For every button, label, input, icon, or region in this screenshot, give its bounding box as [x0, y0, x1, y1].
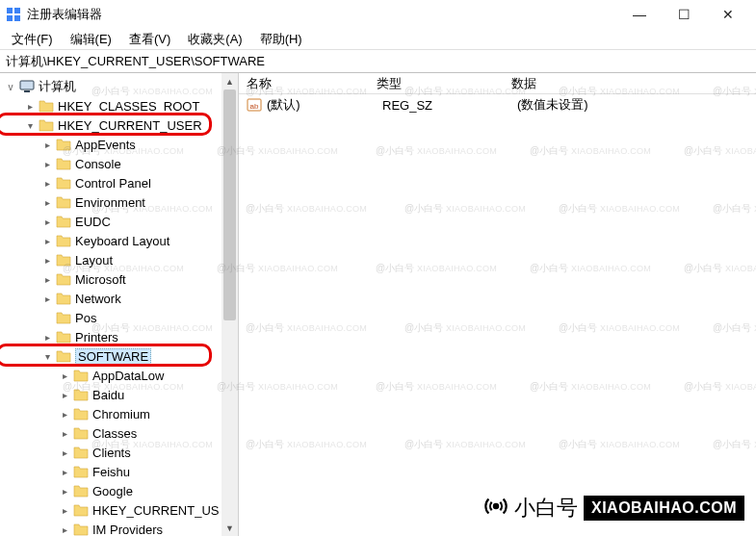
menu-file[interactable]: 文件(F)	[6, 31, 59, 48]
folder-icon	[56, 291, 71, 306]
tree-item[interactable]: ▸IM Providers	[0, 520, 238, 536]
tree-item[interactable]: ▸Chromium	[0, 404, 238, 423]
expander-icon[interactable]: ▸	[58, 486, 71, 497]
tree-item[interactable]: ▸Microsoft	[0, 269, 238, 289]
column-header-data[interactable]: 数据	[504, 75, 756, 92]
tree-label: Microsoft	[75, 272, 126, 287]
svg-rect-4	[20, 81, 34, 89]
tree-label: Baidu	[92, 388, 124, 402]
expander-icon[interactable]: ▾	[40, 351, 54, 362]
brand-badge: 小白号 XIAOBAIHAO.COM	[483, 494, 744, 523]
tree-item[interactable]: ▸Google	[0, 481, 238, 500]
tree-item[interactable]: ▾SOFTWARE	[0, 346, 238, 366]
column-header-type[interactable]: 类型	[369, 75, 504, 92]
tree-label: AppEvents	[75, 138, 136, 152]
folder-icon	[39, 98, 54, 114]
value-name: (默认)	[267, 96, 375, 114]
scrollbar-vertical[interactable]: ▲ ▼	[222, 73, 238, 536]
tree-item[interactable]: Pos	[0, 308, 238, 327]
expander-icon[interactable]: ▸	[40, 294, 54, 304]
tree-label: Chromium	[92, 407, 150, 421]
scroll-thumb[interactable]	[223, 89, 236, 320]
menu-favorites[interactable]: 收藏夹(A)	[182, 31, 248, 48]
tree-root[interactable]: v计算机	[0, 77, 238, 96]
svg-text:ab: ab	[250, 102, 259, 111]
expander-icon[interactable]: ▸	[40, 274, 54, 285]
expander-icon[interactable]: ▸	[40, 236, 54, 246]
expander-icon[interactable]: ▸	[23, 101, 37, 112]
list-pane: 名称 类型 数据 ab (默认) REG_SZ (数值未设置)	[239, 73, 756, 536]
expander-icon[interactable]: ▸	[58, 370, 71, 381]
tree-item[interactable]: ▸Baidu	[0, 385, 238, 404]
tree-label: Pos	[75, 311, 96, 325]
tree-item[interactable]: ▾HKEY_CURRENT_USER	[0, 115, 238, 135]
folder-icon	[73, 502, 89, 518]
tree-item[interactable]: ▸Layout	[0, 250, 238, 269]
list-header: 名称 类型 数据	[239, 73, 756, 94]
folder-icon	[56, 137, 71, 152]
expander-icon[interactable]: ▸	[58, 447, 71, 458]
tree-item[interactable]: ▸Keyboard Layout	[0, 231, 238, 250]
brand-text-cn: 小白号	[514, 494, 578, 523]
tree-item[interactable]: ▸Network	[0, 289, 238, 308]
folder-icon	[73, 522, 89, 536]
expander-icon[interactable]: ▸	[58, 428, 71, 439]
folder-icon	[73, 483, 89, 498]
svg-rect-3	[14, 15, 20, 21]
addressbar[interactable]: 计算机\HKEY_CURRENT_USER\SOFTWARE	[0, 50, 756, 73]
expander-icon[interactable]: v	[4, 82, 17, 92]
tree-label: Console	[75, 157, 121, 171]
registry-tree[interactable]: v计算机▸HKEY_CLASSES_ROOT▾HKEY_CURRENT_USER…	[0, 73, 238, 536]
expander-icon[interactable]: ▸	[40, 217, 54, 227]
window-title: 注册表编辑器	[27, 6, 102, 23]
expander-icon[interactable]: ▸	[40, 332, 54, 343]
menu-help[interactable]: 帮助(H)	[254, 31, 308, 48]
close-button[interactable]: ✕	[706, 0, 750, 29]
tree-item[interactable]: ▸Console	[0, 154, 238, 173]
expander-icon[interactable]: ▸	[40, 178, 54, 189]
tree-label: Feishu	[92, 465, 130, 479]
menubar: 文件(F) 编辑(E) 查看(V) 收藏夹(A) 帮助(H)	[0, 29, 756, 50]
scroll-up-button[interactable]: ▲	[222, 73, 238, 89]
tree-item[interactable]: ▸Control Panel	[0, 173, 238, 192]
tree-item[interactable]: ▸HKEY_CLASSES_ROOT	[0, 96, 238, 115]
titlebar: 注册表编辑器 — ☐ ✕	[0, 0, 756, 29]
svg-rect-2	[7, 15, 13, 21]
tree-item[interactable]: ▸Classes	[0, 423, 238, 443]
broadcast-icon	[483, 494, 508, 523]
expander-icon[interactable]: ▸	[40, 159, 54, 169]
computer-icon	[19, 79, 35, 94]
expander-icon[interactable]: ▸	[40, 140, 54, 150]
tree-label: 计算机	[39, 78, 76, 95]
expander-icon[interactable]: ▸	[40, 255, 54, 266]
tree-item[interactable]: ▸Environment	[0, 192, 238, 212]
expander-icon[interactable]: ▸	[58, 409, 71, 420]
list-row[interactable]: ab (默认) REG_SZ (数值未设置)	[239, 94, 756, 115]
tree-item[interactable]: ▸Feishu	[0, 462, 238, 481]
expander-icon[interactable]: ▾	[23, 120, 37, 131]
tree-item[interactable]: ▸AppDataLow	[0, 366, 238, 385]
value-type: REG_SZ	[375, 98, 509, 113]
menu-view[interactable]: 查看(V)	[123, 31, 176, 48]
tree-item[interactable]: ▸EUDC	[0, 212, 238, 231]
tree-label: HKEY_CURRENT_USER	[58, 118, 202, 133]
tree-item[interactable]: ▸HKEY_CURRENT_US	[0, 500, 238, 520]
tree-item[interactable]: ▸Printers	[0, 327, 238, 346]
expander-icon[interactable]: ▸	[58, 524, 71, 535]
expander-icon[interactable]: ▸	[58, 505, 71, 516]
folder-icon	[56, 252, 71, 268]
minimize-button[interactable]: —	[617, 0, 662, 29]
tree-item[interactable]: ▸AppEvents	[0, 135, 238, 154]
folder-icon	[56, 194, 71, 210]
tree-item[interactable]: ▸Clients	[0, 443, 238, 462]
folder-icon	[56, 175, 71, 191]
maximize-button[interactable]: ☐	[662, 0, 706, 29]
tree-pane: v计算机▸HKEY_CLASSES_ROOT▾HKEY_CURRENT_USER…	[0, 73, 239, 536]
expander-icon[interactable]: ▸	[40, 197, 54, 208]
menu-edit[interactable]: 编辑(E)	[65, 31, 117, 48]
folder-icon	[56, 271, 71, 287]
scroll-down-button[interactable]: ▼	[222, 520, 238, 536]
expander-icon[interactable]: ▸	[58, 390, 71, 400]
expander-icon[interactable]: ▸	[58, 467, 71, 477]
column-header-name[interactable]: 名称	[239, 75, 369, 92]
